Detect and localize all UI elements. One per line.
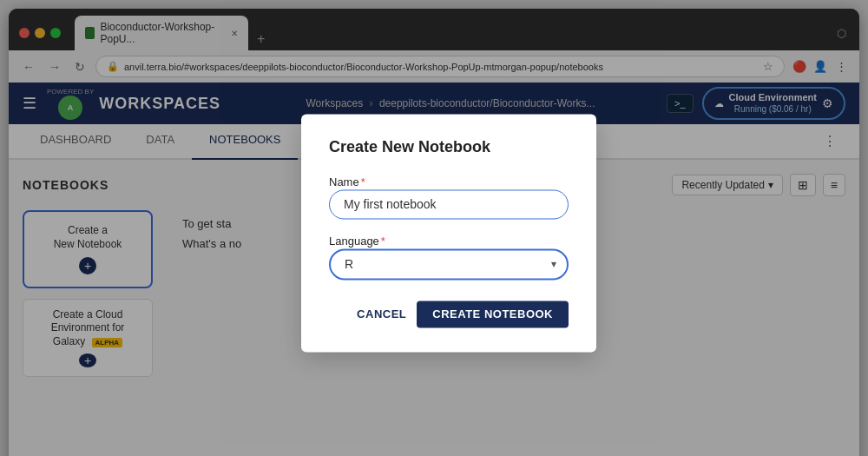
dialog-title: Create New Notebook xyxy=(329,138,569,156)
create-notebook-dialog: Create New Notebook Name* Language* R Py… xyxy=(301,114,596,352)
language-select[interactable]: R Python 3 xyxy=(329,248,569,280)
cancel-button[interactable]: CANCEL xyxy=(357,307,406,321)
language-required-marker: * xyxy=(381,235,385,248)
dialog-actions: CANCEL CREATE NOTEBOOK xyxy=(329,301,569,327)
name-required-marker: * xyxy=(361,175,365,188)
language-select-wrapper: R Python 3 ▾ xyxy=(329,248,569,280)
notebook-name-input[interactable] xyxy=(329,189,569,219)
create-notebook-button[interactable]: CREATE NOTEBOOK xyxy=(417,301,569,327)
name-field-label: Name* xyxy=(329,175,365,188)
language-field-label: Language* xyxy=(329,235,385,248)
